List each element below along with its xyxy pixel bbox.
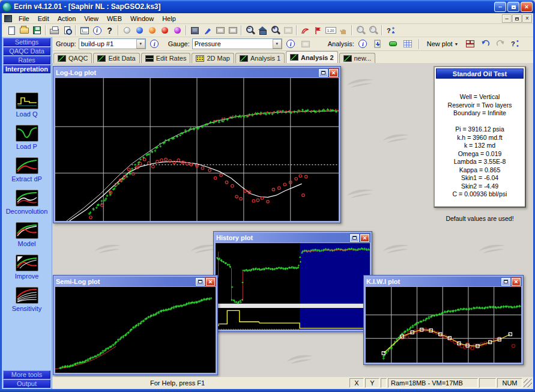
history-maximize-button[interactable] [350, 234, 359, 242]
tab-qaqc[interactable]: QAQC [53, 53, 92, 63]
tile-plots-icon[interactable] [464, 38, 477, 50]
loglog-maximize-button[interactable] [319, 69, 328, 77]
fluid-orange-icon[interactable] [146, 25, 159, 37]
menu-action[interactable]: Action [53, 14, 80, 23]
loglog-close-button[interactable]: × [329, 69, 338, 77]
gauge-select[interactable]: Pressure ▼ [192, 38, 282, 49]
menu-file[interactable]: File [14, 14, 34, 23]
mdi-close-button[interactable]: × [522, 14, 532, 23]
zoom-next-icon[interactable]: › [367, 25, 379, 37]
fluid-blue-icon[interactable] [133, 25, 146, 37]
tab-2d-map[interactable]: 2D Map [192, 53, 234, 63]
fluid-red-icon[interactable] [159, 25, 171, 37]
tab-analysis-2[interactable]: Analysis 2 [286, 51, 337, 63]
zoom-prev-icon[interactable]: ‹ [354, 25, 367, 37]
gauge-dropdown-icon[interactable]: ▼ [273, 39, 282, 49]
mdi-restore-button[interactable] [512, 14, 522, 23]
kiwi-close-button[interactable]: × [512, 278, 521, 286]
sidebar-bottom: More tools Output [2, 370, 52, 388]
history-plot-titlebar[interactable]: History plot × [215, 233, 370, 243]
document-icon[interactable] [4, 15, 12, 22]
tab-analysis-1[interactable]: Analysis 1 [235, 53, 285, 63]
close-button[interactable]: × [521, 2, 533, 12]
menu-web[interactable]: WEB [103, 14, 126, 23]
load-q-button[interactable]: Load Q [16, 92, 38, 118]
help-pointer-icon[interactable]: ? [384, 25, 397, 37]
kiwi-plot-titlebar[interactable]: K.I.W.I plot × [365, 277, 522, 286]
sidebar-item-qaqc-data[interactable]: QAQC Data [3, 47, 50, 55]
load-q-icon [16, 92, 38, 109]
undo-icon[interactable] [479, 38, 492, 50]
sidebar-item-rates[interactable]: Rates [3, 56, 50, 64]
title-bar[interactable]: Ecrin v4.12.01 - [Saphir NL : SapGSO2.ks… [0, 0, 535, 13]
output-button[interactable]: Output [3, 379, 50, 388]
model-button[interactable]: Model [16, 222, 38, 247]
sidebar-item-interpretation[interactable]: Interpretation [3, 65, 50, 73]
flag-icon[interactable] [312, 25, 324, 37]
info-icon[interactable]: i [91, 25, 103, 37]
plot-window-icon[interactable] [78, 25, 91, 37]
menu-window[interactable]: Window [126, 14, 158, 23]
semilog-plot-canvas[interactable] [55, 287, 216, 373]
history-plot-canvas[interactable] [216, 243, 370, 330]
zoom-out-icon[interactable]: − [244, 25, 256, 37]
load-p-button[interactable]: Load P [16, 125, 38, 150]
resize-grip[interactable] [524, 379, 532, 387]
sensitivity-button[interactable]: Sensitivity [12, 287, 42, 312]
group-info-icon[interactable]: i [148, 38, 161, 50]
tab-edit-data[interactable]: Edit Data [93, 53, 139, 63]
group-dropdown-icon[interactable]: ▼ [136, 39, 145, 49]
zoom-window-icon[interactable] [282, 25, 294, 37]
kiwi-plot-canvas[interactable] [366, 287, 521, 363]
group-select[interactable]: build-up #1 ▼ [79, 38, 146, 49]
zoom-in-icon[interactable]: + [269, 25, 282, 37]
analysis-copy-icon[interactable] [372, 38, 384, 50]
print-icon[interactable] [48, 25, 61, 37]
fluid-gray-icon[interactable] [121, 25, 133, 37]
properties-icon[interactable] [189, 25, 201, 37]
semilog-plot-titlebar[interactable]: Semi-Log plot × [55, 277, 216, 286]
minimize-button[interactable]: – [494, 2, 506, 12]
fluid-purple-icon[interactable] [171, 25, 184, 37]
kiwi-plot-window: K.I.W.I plot × [363, 275, 524, 365]
maximize-button[interactable] [507, 2, 519, 12]
redo-icon[interactable] [494, 38, 507, 50]
save-icon[interactable] [31, 25, 43, 37]
analysis-active-icon[interactable] [387, 38, 399, 50]
semilog-maximize-button[interactable] [196, 278, 205, 286]
analysis-info-icon[interactable]: i [357, 38, 369, 50]
draw-line-icon[interactable] [299, 25, 312, 37]
snapshot-icon[interactable] [226, 25, 239, 37]
more-tools-button[interactable]: More tools [3, 370, 50, 379]
extract-dp-button[interactable]: Extract dP [11, 157, 42, 182]
home-icon[interactable] [256, 25, 269, 37]
gauge-settings-icon[interactable] [300, 38, 312, 50]
tab-new[interactable]: new... [339, 53, 376, 63]
sidebar-item-settings[interactable]: Settings [3, 38, 50, 46]
context-help-icon[interactable]: ? [509, 38, 522, 50]
menu-view[interactable]: View [80, 14, 103, 23]
deconvolution-button[interactable]: Deconvolution [6, 190, 48, 215]
edit-pen-icon[interactable] [201, 25, 214, 37]
new-plot-dropdown-icon[interactable]: ▼ [455, 42, 459, 46]
improve-button[interactable]: Improve [15, 255, 39, 280]
mdi-minimize-button[interactable]: – [502, 14, 512, 23]
print-preview-icon[interactable] [61, 25, 73, 37]
help-icon[interactable]: ? [103, 25, 116, 37]
open-icon[interactable] [18, 25, 31, 37]
semilog-close-button[interactable]: × [206, 278, 215, 286]
new-plot-button[interactable]: New plot ▼ [424, 38, 462, 50]
new-document-icon[interactable] [5, 25, 18, 37]
loglog-plot-canvas[interactable] [55, 78, 339, 221]
tab-edit-rates[interactable]: Edit Rates [141, 53, 191, 63]
scale-icon[interactable]: 1.20 [324, 25, 337, 37]
menu-edit[interactable]: Edit [34, 14, 53, 23]
menu-help[interactable]: Help [158, 14, 180, 23]
history-close-button[interactable]: × [360, 234, 369, 242]
copy-plot-icon[interactable] [214, 25, 226, 37]
analysis-grid-icon[interactable] [402, 38, 414, 50]
gauge-info-icon[interactable]: i [285, 38, 297, 50]
loglog-plot-titlebar[interactable]: Log-Log plot × [55, 68, 339, 77]
kiwi-maximize-button[interactable] [501, 278, 510, 286]
pan-hand-icon[interactable] [337, 25, 349, 37]
